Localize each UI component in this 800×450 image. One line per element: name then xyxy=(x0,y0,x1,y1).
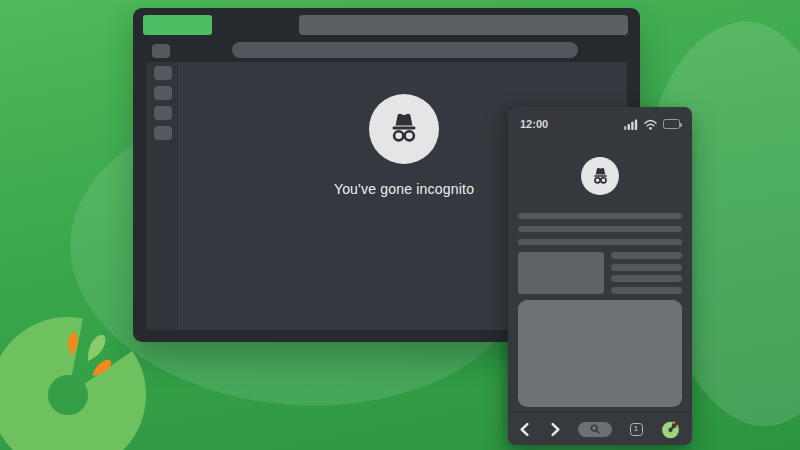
back-button[interactable] xyxy=(519,422,531,437)
phone-nav-bar: 1 xyxy=(508,412,692,445)
sidebar xyxy=(146,62,180,330)
sidebar-button[interactable] xyxy=(154,106,172,120)
battery-icon xyxy=(663,119,680,129)
skeleton-line xyxy=(518,226,682,232)
skeleton-line xyxy=(611,252,682,259)
signal-strength-icon xyxy=(624,119,638,130)
phone-status-bar: 12:00 xyxy=(508,107,692,131)
incognito-promo-illustration: You've gone incognito 12:00 xyxy=(0,0,800,450)
wifi-icon xyxy=(644,119,657,130)
skeleton-line xyxy=(518,239,682,245)
coc-coc-logo-icon xyxy=(660,419,681,440)
skeleton-line xyxy=(611,287,682,294)
active-incognito-tab[interactable] xyxy=(143,15,212,35)
skeleton-line xyxy=(518,213,682,219)
sidebar-button[interactable] xyxy=(154,66,172,80)
tab-counter-button[interactable]: 1 xyxy=(630,423,643,436)
sidebar-button[interactable] xyxy=(154,86,172,100)
chevron-right-icon xyxy=(549,422,561,437)
status-time: 12:00 xyxy=(520,118,548,130)
incognito-icon xyxy=(369,94,439,164)
tab-count: 1 xyxy=(634,425,638,433)
tab-strip-placeholder xyxy=(299,15,628,35)
chevron-left-icon xyxy=(519,422,531,437)
sidebar-button[interactable] xyxy=(154,126,172,140)
skeleton-line xyxy=(611,264,682,271)
skeleton-line xyxy=(611,275,682,282)
address-bar[interactable] xyxy=(232,42,578,58)
skeleton-panel xyxy=(518,300,682,407)
forward-button[interactable] xyxy=(549,422,561,437)
phone-mockup: 12:00 xyxy=(508,107,692,445)
search-button[interactable] xyxy=(578,422,612,437)
menu-button[interactable] xyxy=(152,44,170,58)
skeleton-thumbnail xyxy=(518,252,604,294)
search-icon xyxy=(590,424,600,434)
incognito-message: You've gone incognito xyxy=(334,181,474,197)
page-skeleton xyxy=(508,213,692,407)
coc-coc-home-button[interactable] xyxy=(660,419,681,440)
tab-bar xyxy=(143,15,628,35)
coc-coc-logo xyxy=(0,312,150,450)
incognito-icon xyxy=(581,157,619,195)
